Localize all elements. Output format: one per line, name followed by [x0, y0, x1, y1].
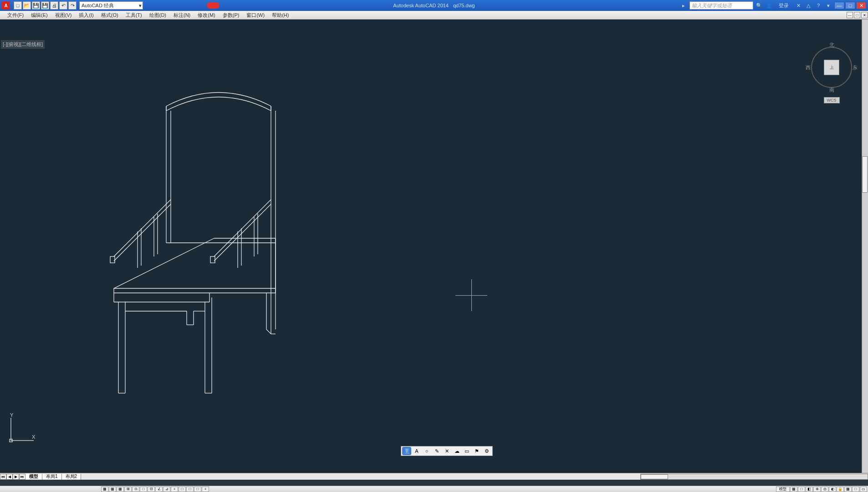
compass-west[interactable]: 西: [806, 64, 811, 71]
command-line[interactable]: [0, 480, 868, 486]
svg-line-8: [114, 204, 171, 261]
menu-dimension[interactable]: 标注(N): [170, 12, 194, 19]
vertical-scrollbar[interactable]: [862, 20, 868, 476]
chevron-down-icon: ▾: [139, 3, 142, 9]
print-icon[interactable]: 🖨: [50, 1, 58, 10]
modelspace-button[interactable]: 模型: [776, 487, 790, 492]
osnap-toggle[interactable]: ⊙: [132, 487, 139, 492]
tab-nav-prev[interactable]: ◀: [6, 474, 13, 480]
ime-settings-icon[interactable]: ⚙: [482, 447, 491, 455]
doc-close-button[interactable]: ✕: [861, 12, 868, 18]
autoscale-icon[interactable]: ◎: [821, 487, 828, 492]
ortho-toggle[interactable]: ▦: [117, 487, 124, 492]
new-icon[interactable]: □: [14, 1, 22, 10]
coordinate-readout[interactable]: [0, 487, 100, 492]
menu-file[interactable]: 文件(F): [4, 12, 27, 19]
exchange-icon[interactable]: ✕: [794, 1, 802, 10]
menu-draw[interactable]: 绘图(D): [146, 12, 170, 19]
ime-punct-icon[interactable]: ○: [422, 447, 431, 455]
menu-format[interactable]: 格式(O): [97, 12, 122, 19]
view-cube[interactable]: 北 南 东 西 上 WCS: [809, 47, 854, 111]
close-button[interactable]: ✕: [856, 2, 866, 9]
ime-cloud-icon[interactable]: ☁: [452, 447, 461, 455]
tab-nav-first[interactable]: ⏮: [0, 474, 6, 480]
horizontal-scrollbar[interactable]: [640, 474, 868, 480]
saveas-icon[interactable]: 💾: [41, 1, 49, 10]
lwt-toggle[interactable]: +: [171, 487, 178, 492]
ducs-toggle[interactable]: ∠: [155, 487, 163, 492]
quickview-layouts-icon[interactable]: ▦: [790, 487, 797, 492]
compass-south[interactable]: 南: [829, 87, 834, 93]
clean-screen-icon[interactable]: ▭: [860, 487, 867, 492]
menu-help[interactable]: 帮助(H): [268, 12, 292, 19]
lock-ui-icon[interactable]: 🔒: [837, 487, 844, 492]
polar-toggle[interactable]: ⊞: [124, 487, 132, 492]
grid-toggle[interactable]: ▦: [109, 487, 116, 492]
annotation-scale-icon[interactable]: ◧: [806, 487, 813, 492]
drawing-canvas[interactable]: [-][俯视][二维线框]: [0, 20, 868, 476]
menu-window[interactable]: 窗口(W): [243, 12, 268, 19]
ime-pin-icon[interactable]: ⚑: [472, 447, 481, 455]
svg-rect-42: [10, 439, 12, 442]
ime-edit-icon[interactable]: ✎: [432, 447, 441, 455]
menu-insert[interactable]: 插入(I): [75, 12, 97, 19]
wcs-badge[interactable]: WCS: [824, 97, 840, 103]
otrack-toggle[interactable]: ⊡: [148, 487, 155, 492]
save-icon[interactable]: 💾: [32, 1, 40, 10]
help-icon[interactable]: ?: [814, 1, 822, 10]
search-icon[interactable]: 🔍: [755, 1, 763, 10]
ime-keyboard-icon[interactable]: ▭: [462, 447, 471, 455]
workspace-dropdown[interactable]: AutoCAD 经典 ▾: [79, 1, 143, 10]
tab-layout2[interactable]: 布局2: [62, 474, 82, 480]
compass-east[interactable]: 东: [853, 64, 858, 71]
maximize-button[interactable]: □: [845, 2, 855, 9]
hardware-accel-icon[interactable]: ▦: [844, 487, 852, 492]
input-method-toolbar[interactable]: 王 A ○ ✎ ✕ ☁ ▭ ⚑ ⚙: [401, 446, 493, 456]
ime-logo-icon[interactable]: 王: [402, 447, 411, 455]
transparency-toggle[interactable]: □: [179, 487, 186, 492]
redo-icon[interactable]: ↷: [68, 1, 77, 10]
compass-north[interactable]: 北: [829, 41, 834, 48]
doc-maximize-button[interactable]: □: [854, 12, 860, 18]
workspace-switch-icon[interactable]: ◐: [829, 487, 836, 492]
search-input[interactable]: 输入关键字或短语: [689, 1, 753, 10]
tab-layout1[interactable]: 布局1: [42, 474, 62, 480]
app-icon[interactable]: A: [2, 1, 10, 10]
cloud-icon[interactable]: △: [804, 1, 812, 10]
login-button[interactable]: 登录: [779, 2, 789, 9]
ucs-icon: Y X: [6, 413, 38, 445]
open-icon[interactable]: 📂: [23, 1, 31, 10]
isolate-objects-icon[interactable]: □: [852, 487, 859, 492]
scrollbar-thumb[interactable]: [862, 156, 868, 193]
ime-scissors-icon[interactable]: ✕: [442, 447, 451, 455]
signin-icon[interactable]: 👤: [765, 1, 773, 10]
menu-edit[interactable]: 编辑(E): [27, 12, 51, 19]
doc-window-buttons: — □ ✕: [846, 12, 868, 18]
viewcube-compass[interactable]: 北 南 东 西 上: [811, 47, 852, 88]
quickview-drawings-icon[interactable]: □: [798, 487, 805, 492]
infocenter-arrow-icon[interactable]: ▸: [679, 1, 688, 10]
viewcube-top-face[interactable]: 上: [824, 60, 839, 75]
am-toggle[interactable]: +: [202, 487, 209, 492]
3dosnap-toggle[interactable]: □: [140, 487, 147, 492]
dyn-toggle[interactable]: ⊿: [163, 487, 170, 492]
menu-view[interactable]: 视图(V): [51, 12, 76, 19]
sc-toggle[interactable]: □: [194, 487, 201, 492]
h-scrollbar-thumb[interactable]: [641, 474, 668, 479]
sync-badge-icon[interactable]: [207, 2, 220, 9]
tab-model[interactable]: 模型: [26, 474, 42, 480]
menu-parametric[interactable]: 参数(P): [219, 12, 243, 19]
menu-tools[interactable]: 工具(T): [122, 12, 146, 19]
tab-nav-last[interactable]: ⏭: [19, 474, 26, 480]
snap-toggle[interactable]: ▦: [101, 487, 108, 492]
tab-nav-next[interactable]: ▶: [13, 474, 19, 480]
ime-letter-icon[interactable]: A: [412, 447, 421, 455]
help-dropdown-icon[interactable]: ▾: [824, 1, 832, 10]
qp-toggle[interactable]: □: [186, 487, 194, 492]
annotation-visibility-icon[interactable]: ⊕: [813, 487, 821, 492]
undo-icon[interactable]: ↶: [59, 1, 67, 10]
minimize-button[interactable]: —: [834, 2, 844, 9]
viewport-label[interactable]: [-][俯视][二维线框]: [1, 40, 45, 49]
menu-modify[interactable]: 修改(M): [194, 12, 219, 19]
doc-minimize-button[interactable]: —: [847, 12, 853, 18]
